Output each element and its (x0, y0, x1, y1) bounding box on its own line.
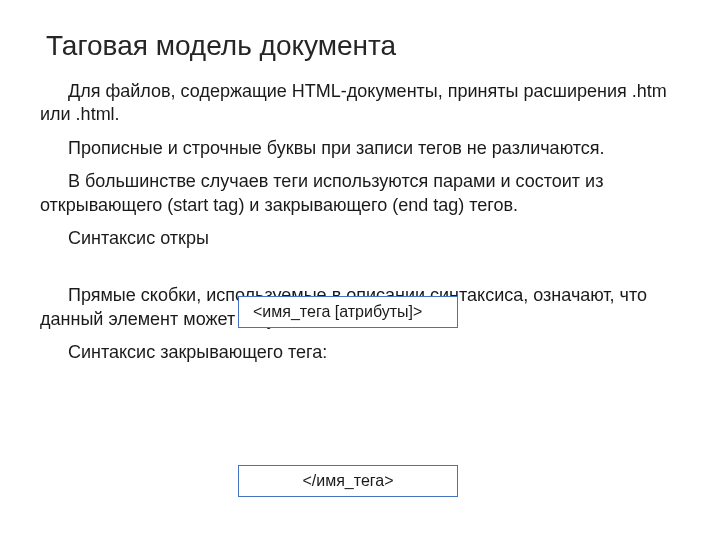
syntax-close-tag-box: </имя_тега> (238, 465, 458, 497)
paragraph: Синтаксис закрывающего тега: (40, 341, 680, 364)
slide-title: Таговая модель документа (46, 30, 680, 62)
syntax-open-tag-box: <имя_тега [атрибуты]> (238, 296, 458, 328)
paragraph: Прописные и строчные буквы при записи те… (40, 137, 680, 160)
slide: Таговая модель документа Для файлов, сод… (0, 0, 720, 540)
paragraph: Синтаксис откры (40, 227, 680, 250)
paragraph: Для файлов, содержащие HTML-документы, п… (40, 80, 680, 127)
paragraph: В большинстве случаев теги используются … (40, 170, 680, 217)
